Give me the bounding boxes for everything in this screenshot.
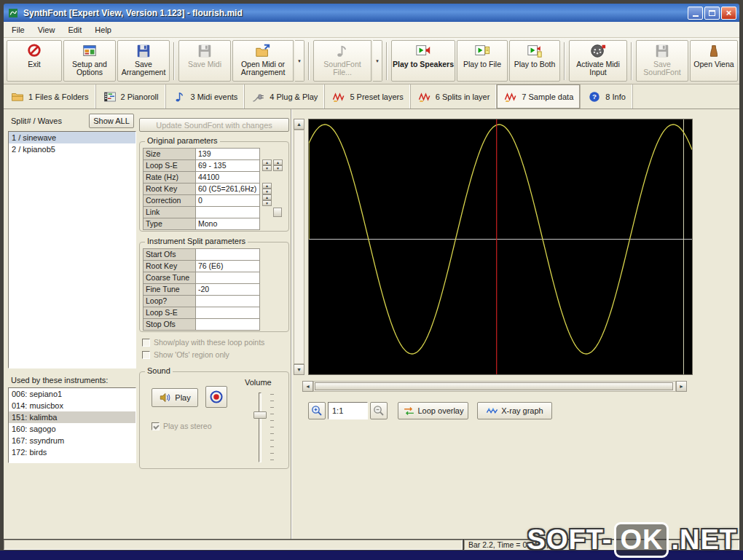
play-to-speakers-button[interactable]: Play to Speakers: [391, 40, 455, 82]
xray-graph-button[interactable]: X-ray graph: [477, 402, 552, 419]
soundfont-dropdown[interactable]: ▼: [373, 40, 382, 82]
arrow-up-icon: ▲: [296, 122, 302, 127]
list-item-wave-2[interactable]: 2 / kpianob5: [9, 143, 135, 155]
row-value[interactable]: [196, 296, 260, 307]
tab-preset-layers[interactable]: 5 Preset layers: [325, 84, 410, 109]
row-value[interactable]: Mono: [196, 218, 260, 230]
spin-down-icon[interactable]: ▼: [273, 165, 283, 171]
spin-down-icon[interactable]: ▼: [262, 165, 272, 171]
row-value[interactable]: 69 - 135: [196, 160, 260, 172]
row-value[interactable]: 0: [196, 195, 260, 207]
tab-files-folders[interactable]: 1 Files & Folders: [4, 84, 96, 109]
row-label: Type: [144, 218, 196, 230]
list-item-instrument[interactable]: 151: kalimba: [9, 411, 135, 423]
panel-divider: [291, 109, 292, 539]
row-value[interactable]: [196, 319, 260, 331]
loop-start-spinner[interactable]: ▲▼: [262, 159, 272, 171]
table-row: Rate (Hz)44100: [144, 172, 260, 184]
vertical-scroll-up-button[interactable]: ▲: [294, 119, 304, 130]
tab-sample-data[interactable]: 7 Sample data: [497, 84, 581, 109]
row-value[interactable]: [196, 307, 260, 319]
save-arrangement-button[interactable]: Save Arrangement: [117, 40, 170, 82]
spin-down-icon[interactable]: ▼: [262, 200, 272, 206]
save-soundfont-button[interactable]: Save SoundFont: [636, 40, 688, 82]
list-item-instrument[interactable]: 006: sepiano1: [9, 388, 135, 400]
spin-up-icon[interactable]: ▲: [262, 159, 272, 165]
save-midi-button[interactable]: Save Midi: [178, 40, 231, 82]
horizontal-scrollbar-thumb[interactable]: [315, 382, 673, 390]
minimize-button[interactable]: [688, 7, 703, 20]
tab-pianoroll[interactable]: 2 Pianoroll: [96, 84, 166, 109]
exit-button[interactable]: Exit: [7, 40, 62, 82]
instruments-list[interactable]: 006: sepiano1 014: musicbox 151: kalimba…: [8, 387, 136, 463]
setup-options-button[interactable]: Setup and Options: [63, 40, 116, 82]
loop-overlay-button[interactable]: Loop overlay: [398, 402, 468, 419]
zoom-in-button[interactable]: [308, 402, 326, 419]
row-value[interactable]: [196, 249, 260, 261]
waveform-display[interactable]: [309, 119, 692, 374]
watermark: SOFT- OK .NET: [527, 522, 737, 558]
open-midi-dropdown[interactable]: ▼: [295, 40, 304, 82]
row-value[interactable]: 44100: [196, 172, 260, 184]
watermark-text: .NET: [671, 524, 737, 556]
tab-info[interactable]: 8 Info: [581, 84, 633, 109]
vertical-scroll-down-button[interactable]: ▼: [294, 364, 304, 375]
menu-file[interactable]: File: [5, 23, 31, 36]
row-value[interactable]: 139: [196, 149, 260, 160]
row-value[interactable]: [196, 272, 260, 284]
tab-plug-play[interactable]: 4 Plug & Play: [245, 84, 325, 109]
menu-edit[interactable]: Edit: [61, 23, 88, 36]
list-item-instrument[interactable]: 167: ssyndrum: [9, 435, 135, 446]
spin-down-icon[interactable]: ▼: [262, 189, 272, 194]
zoom-level-field[interactable]: 1:1: [328, 402, 368, 419]
horizontal-scroll-right-button[interactable]: ►: [676, 381, 687, 392]
arrow-right-icon: ►: [679, 384, 684, 389]
play-button[interactable]: Play: [152, 388, 198, 407]
tab-splits-in-layer[interactable]: 6 Splits in layer: [411, 84, 498, 109]
title-bar[interactable]: SynthFont [Expert View, Version 1.123] -…: [4, 4, 739, 22]
update-soundfont-button[interactable]: Update SoundFont with changes: [139, 118, 289, 132]
root-key-spinner[interactable]: ▲▼: [262, 183, 272, 194]
waves-list[interactable]: 1 / sinewave 2 / kpianob5: [8, 131, 136, 368]
arrow-down-icon: ▼: [296, 367, 302, 372]
play-as-stereo-checkbox[interactable]: Play as stereo: [152, 422, 212, 430]
spin-up-icon[interactable]: ▲: [273, 159, 283, 165]
row-value[interactable]: [196, 207, 260, 218]
table-row: Loop?: [144, 296, 260, 307]
list-item-instrument[interactable]: 014: musicbox: [9, 400, 135, 411]
correction-spinner[interactable]: ▲▼: [262, 194, 272, 206]
maximize-button[interactable]: [704, 7, 720, 20]
open-midi-arrangement-button[interactable]: Open Midi or Arrangement: [232, 40, 294, 82]
show-loop-points-checkbox[interactable]: Show/play with these loop points: [142, 338, 264, 347]
show-ofs-region-checkbox[interactable]: Show 'Ofs' region only: [142, 350, 229, 359]
tab-label: 3 Midi events: [191, 92, 238, 101]
row-value[interactable]: -20: [196, 284, 260, 296]
menu-help[interactable]: Help: [88, 23, 118, 36]
vertical-scrollbar-track[interactable]: [294, 130, 304, 364]
loop-end-spinner[interactable]: ▲▼: [273, 159, 283, 171]
zoom-out-button[interactable]: [370, 402, 388, 419]
horizontal-scrollbar-track[interactable]: [313, 381, 676, 392]
show-all-button[interactable]: Show ALL: [89, 114, 134, 128]
play-to-file-button[interactable]: Play to File: [457, 40, 508, 82]
spin-up-icon[interactable]: ▲: [262, 194, 272, 200]
soundfont-file-button[interactable]: SoundFont File...: [313, 40, 372, 82]
close-button[interactable]: ×: [721, 7, 736, 20]
volume-slider[interactable]: [253, 391, 275, 464]
horizontal-scroll-left-button[interactable]: ◄: [302, 381, 313, 392]
activate-midi-input-button[interactable]: Activate Midi Input: [569, 40, 627, 82]
waveform-panel[interactable]: [308, 119, 693, 375]
link-picker-button[interactable]: [273, 208, 282, 217]
list-item-instrument[interactable]: 160: sagogo: [9, 423, 135, 435]
row-value[interactable]: 60 (C5=261,6Hz): [196, 184, 260, 195]
sound-option-button[interactable]: [205, 386, 227, 408]
row-value[interactable]: 76 (E6): [196, 261, 260, 272]
menu-view[interactable]: View: [31, 23, 62, 36]
tab-midi-events[interactable]: 3 Midi events: [166, 84, 245, 109]
spin-up-icon[interactable]: ▲: [262, 183, 272, 189]
open-viena-button[interactable]: Open Viena: [690, 40, 738, 82]
play-to-both-button[interactable]: Play to Both: [509, 40, 560, 82]
list-item-instrument[interactable]: 172: birds: [9, 446, 135, 458]
slider-thumb[interactable]: [253, 411, 267, 419]
list-item-wave-1[interactable]: 1 / sinewave: [9, 132, 135, 143]
